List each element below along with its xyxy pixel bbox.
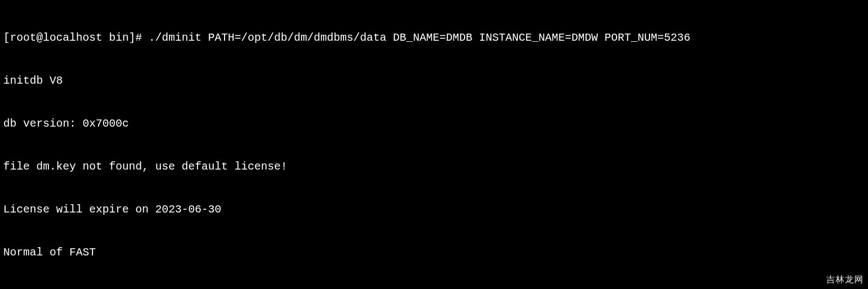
terminal-line: Normal of FAST [3, 246, 865, 260]
watermark-text: 吉林龙网 [826, 274, 864, 286]
terminal-line: initdb V8 [3, 74, 865, 88]
command-text: ./dminit PATH=/opt/db/dm/dmdbms/data DB_… [149, 31, 690, 44]
terminal-line: [root@localhost bin]# ./dminit PATH=/opt… [3, 31, 865, 45]
terminal-line: file dm.key not found, use default licen… [3, 160, 865, 174]
terminal-line: db version: 0x7000c [3, 117, 865, 131]
terminal-line: License will expire on 2023-06-30 [3, 203, 865, 217]
terminal-output[interactable]: [root@localhost bin]# ./dminit PATH=/opt… [3, 2, 865, 289]
shell-prompt: [root@localhost bin]# [3, 31, 149, 44]
